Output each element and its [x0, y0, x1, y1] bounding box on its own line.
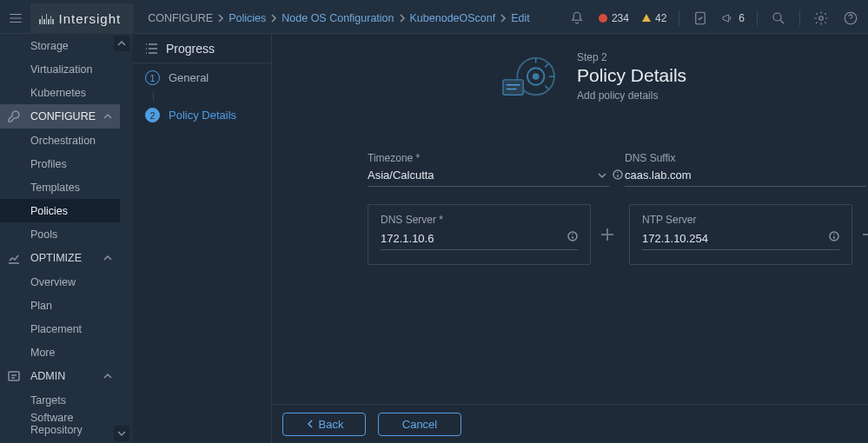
dns-suffix-input[interactable] — [625, 169, 866, 182]
help-button[interactable] — [842, 10, 859, 27]
ntp-server-label: NTP Server — [642, 214, 839, 226]
content-area: Step 2 Policy Details Add policy details… — [272, 34, 868, 443]
list-icon — [145, 42, 159, 56]
admin-icon — [7, 369, 21, 383]
svg-point-0 — [599, 14, 607, 23]
search-button[interactable] — [770, 10, 787, 27]
svg-point-3 — [819, 17, 824, 21]
timezone-info[interactable] — [613, 168, 623, 178]
divider — [757, 10, 758, 26]
step-label: General — [169, 71, 209, 84]
warning-alerts[interactable]: 42 — [641, 12, 666, 24]
warning-count: 42 — [655, 12, 666, 24]
timezone-value: Asia/Calcutta — [368, 169, 434, 182]
ntp-server-input[interactable] — [642, 232, 839, 245]
page-heading: Step 2 Policy Details Add policy details — [498, 51, 686, 103]
step-connector — [153, 92, 154, 101]
sidebar-item-virtualization[interactable]: Virtualization — [0, 57, 120, 81]
dns-server-input[interactable] — [381, 232, 578, 245]
progress-pane: Progress 1 General 2 Policy Details — [133, 34, 272, 443]
sidebar-section-admin[interactable]: ADMIN — [0, 364, 120, 388]
header-actions: 234 42 6 — [568, 10, 868, 27]
chevron-right-icon — [394, 14, 410, 23]
svg-point-8 — [533, 73, 540, 80]
search-icon — [771, 10, 786, 26]
chevron-down-icon — [597, 170, 607, 181]
add-ntp-server-button[interactable] — [863, 228, 868, 241]
sidebar-item-software-repository[interactable]: Software Repository — [0, 412, 120, 435]
chart-icon — [7, 251, 21, 265]
wrench-icon — [7, 109, 21, 123]
svg-rect-9 — [503, 80, 523, 95]
page-title: Policy Details — [577, 65, 686, 86]
cancel-button[interactable]: Cancel — [378, 413, 461, 436]
page-subtitle: Add policy details — [577, 89, 686, 102]
dns-suffix-field: DNS Suffix — [625, 152, 866, 187]
sidebar-item-orchestration[interactable]: Orchestration — [0, 129, 120, 152]
brand[interactable]: Intersight — [30, 3, 134, 34]
timezone-field: Timezone * Asia/Calcutta — [368, 152, 609, 187]
menu-toggle-button[interactable] — [0, 3, 30, 34]
sidebar-item-kubernetes[interactable]: Kubernetes — [0, 81, 120, 104]
dns-server-card: DNS Server * — [368, 204, 591, 265]
clipboard-icon — [692, 10, 708, 26]
dns-server-label: DNS Server * — [381, 214, 578, 226]
megaphone-icon — [721, 11, 735, 25]
timezone-select[interactable]: Asia/Calcutta — [368, 166, 609, 187]
policy-icon — [498, 51, 563, 103]
step-policy-details[interactable]: 2 Policy Details — [133, 101, 271, 129]
sidebar-item-overview[interactable]: Overview — [0, 270, 120, 294]
timezone-label: Timezone * — [368, 152, 609, 164]
step-general[interactable]: 1 General — [133, 63, 271, 92]
svg-rect-5 — [9, 372, 19, 380]
step-indicator: Step 2 — [577, 51, 686, 63]
chevron-up-icon — [103, 111, 113, 122]
settings-button[interactable] — [812, 10, 830, 27]
add-dns-server-button[interactable] — [601, 228, 613, 241]
tasks-button[interactable] — [692, 10, 709, 27]
breadcrumb: CONFIGURE Policies Node OS Configuration… — [134, 12, 568, 24]
breadcrumb-policies[interactable]: Policies — [229, 12, 266, 24]
sidebar-item-plan[interactable]: Plan — [0, 294, 120, 317]
announcements[interactable]: 6 — [721, 11, 745, 25]
breadcrumb-kubenodeosconf[interactable]: KubenodeOSconf — [410, 12, 496, 24]
progress-header: Progress — [133, 34, 271, 63]
hamburger-icon — [8, 10, 23, 26]
dns-server-info[interactable] — [567, 229, 578, 245]
sidebar-item-policies[interactable]: Policies — [0, 199, 120, 222]
dns-suffix-label: DNS Suffix — [625, 152, 866, 164]
sidebar-item-templates[interactable]: Templates — [0, 175, 120, 199]
gear-icon — [813, 10, 829, 26]
back-button[interactable]: Back — [282, 413, 366, 436]
step-number: 2 — [145, 108, 160, 122]
divider — [799, 10, 800, 26]
ntp-server-info[interactable] — [829, 229, 839, 245]
sidebar-item-more[interactable]: More — [0, 341, 120, 364]
breadcrumb-node-os-configuration[interactable]: Node OS Configuration — [282, 12, 394, 24]
app-header: Intersight CONFIGURE Policies Node OS Co… — [0, 3, 868, 34]
breadcrumb-root: CONFIGURE — [148, 12, 213, 24]
sidebar-section-configure[interactable]: CONFIGURE — [0, 104, 120, 129]
chevron-up-icon — [103, 371, 113, 381]
sidebar-item-pools[interactable]: Pools — [0, 222, 120, 246]
breadcrumb-edit[interactable]: Edit — [511, 12, 530, 24]
brand-name: Intersight — [59, 11, 122, 26]
divider — [679, 10, 679, 26]
notifications-button[interactable] — [568, 10, 586, 27]
sidebar: Storage Virtualization Kubernetes CONFIG… — [0, 34, 133, 443]
sidebar-item-storage[interactable]: Storage — [0, 34, 120, 57]
sidebar-item-placement[interactable]: Placement — [0, 317, 120, 341]
critical-alerts[interactable]: 234 — [598, 12, 629, 24]
wizard-footer: Back Cancel — [272, 404, 868, 443]
ntp-server-card: NTP Server — [629, 204, 852, 265]
sidebar-section-optimize[interactable]: OPTIMIZE — [0, 246, 120, 270]
sidebar-item-profiles[interactable]: Profiles — [0, 152, 120, 175]
announcements-count: 6 — [739, 12, 745, 24]
sidebar-scroll-down[interactable] — [114, 426, 129, 441]
cisco-logo-icon — [39, 12, 54, 24]
help-icon — [843, 10, 858, 26]
chevron-right-icon — [495, 14, 511, 23]
sidebar-scroll-up[interactable] — [114, 36, 129, 51]
sidebar-item-targets[interactable]: Targets — [0, 388, 120, 412]
critical-icon — [598, 13, 608, 23]
